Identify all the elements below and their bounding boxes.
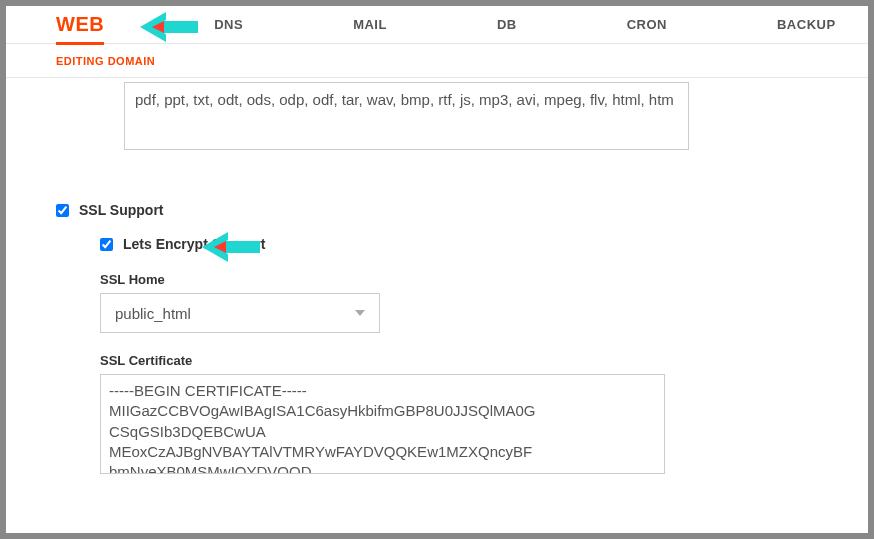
subbar-title: EDITING DOMAIN [56,55,155,67]
tab-web[interactable]: WEB [56,13,104,45]
subbar: EDITING DOMAIN [6,44,868,78]
extensions-textarea[interactable] [124,82,689,150]
annotation-arrow-icon [202,232,266,262]
svg-rect-2 [164,21,198,33]
lets-encrypt-checkbox[interactable] [100,238,113,251]
annotation-arrow-icon [140,12,204,42]
ssl-home-select[interactable]: public_html [100,293,380,333]
tab-db[interactable]: DB [497,17,517,32]
ssl-home-value: public_html [115,305,191,322]
ssl-home-label: SSL Home [100,272,818,287]
ssl-cert-label: SSL Certificate [100,353,818,368]
ssl-support-label: SSL Support [79,202,164,218]
svg-rect-5 [226,241,260,253]
top-nav: WEB DNS MAIL DB CRON BACKUP [6,6,868,44]
ssl-support-checkbox[interactable] [56,204,69,217]
ssl-cert-textarea[interactable]: -----BEGIN CERTIFICATE-----MIIGazCCBVOgA… [100,374,665,474]
tab-cron[interactable]: CRON [627,17,667,32]
tab-mail[interactable]: MAIL [353,17,387,32]
tab-dns[interactable]: DNS [214,17,243,32]
chevron-down-icon [355,310,365,316]
tab-backup[interactable]: BACKUP [777,17,836,32]
